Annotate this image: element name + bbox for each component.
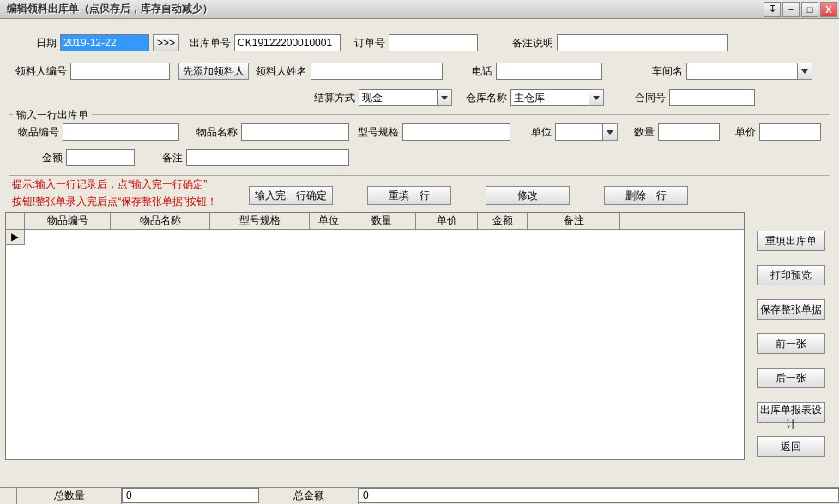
receivername-input[interactable] xyxy=(311,63,443,80)
unit-label: 单位 xyxy=(528,125,552,140)
docno-input[interactable] xyxy=(234,34,341,51)
receivername-label: 领料人姓名 xyxy=(254,64,307,79)
itemname-label: 物品名称 xyxy=(196,125,238,140)
close-icon: X xyxy=(825,4,831,15)
warehouse-dropdown-button[interactable] xyxy=(589,89,604,106)
workshop-combo[interactable] xyxy=(686,63,812,80)
totalqty-value: 0 xyxy=(122,488,259,503)
contract-label: 合同号 xyxy=(621,91,666,105)
form-row-3: 结算方式 仓库名称 合同号 xyxy=(0,82,839,109)
side-button-3[interactable]: 前一张 xyxy=(757,333,825,354)
receiverno-label: 领料人编号 xyxy=(14,64,67,79)
remark-label: 备注 xyxy=(150,151,183,165)
window-title: 编辑领料出库单（点保存后，库存自动减少） xyxy=(2,2,764,16)
confirm-line-button[interactable]: 输入完一行确定 xyxy=(249,186,333,205)
grid-header-1[interactable]: 物品名称 xyxy=(111,213,210,229)
grid-header-3[interactable]: 单位 xyxy=(310,213,347,229)
workshop-dropdown-button[interactable] xyxy=(798,63,812,80)
phone-label: 电话 xyxy=(462,64,492,79)
totalqty-label: 总数量 xyxy=(17,488,122,504)
unit-input[interactable] xyxy=(555,123,603,141)
itemname-input[interactable] xyxy=(241,123,349,141)
grid-header-4[interactable]: 数量 xyxy=(347,213,416,229)
amount-label: 金额 xyxy=(18,151,63,165)
amount-input[interactable] xyxy=(66,149,135,166)
grid-header-2[interactable]: 型号规格 xyxy=(210,213,310,229)
grid-header-6[interactable]: 金额 xyxy=(478,213,528,229)
qty-input[interactable] xyxy=(658,123,720,141)
modify-button[interactable]: 修改 xyxy=(486,186,570,205)
add-receiver-button[interactable]: 先添加领料人 xyxy=(178,63,249,80)
unit-dropdown-button[interactable] xyxy=(603,123,618,141)
contract-input[interactable] xyxy=(669,89,755,106)
side-button-5[interactable]: 出库单报表设计 xyxy=(757,402,825,423)
grid-row[interactable]: ▶ xyxy=(6,230,744,245)
data-grid[interactable]: 物品编号物品名称型号规格单位数量单价金额备注 ▶ xyxy=(5,212,745,460)
warehouse-input[interactable] xyxy=(510,89,589,106)
remarkdesc-label: 备注说明 xyxy=(500,36,553,51)
side-button-6[interactable]: 返回 xyxy=(757,436,825,457)
grid-header-5[interactable]: 单价 xyxy=(416,213,478,229)
row-marker: ▶ xyxy=(6,230,25,245)
chevron-down-icon xyxy=(441,96,448,100)
receiverno-input[interactable] xyxy=(70,63,170,80)
window-titlebar: 编辑领料出库单（点保存后，库存自动减少） ↧ − □ X xyxy=(0,0,839,19)
date-picker-button[interactable]: >>> xyxy=(153,34,179,51)
row-buttons: 输入完一行确定 重填一行 修改 删除一行 xyxy=(240,176,688,212)
qty-label: 数量 xyxy=(630,125,654,140)
date-input[interactable] xyxy=(60,34,149,51)
hint-and-buttons: 提示:输入一行记录后，点“输入完一行确定” 按钮!整张单录入完后点“保存整张单据… xyxy=(0,176,839,212)
hint-line2: 按钮!整张单录入完后点“保存整张单据”按钮！ xyxy=(0,193,240,210)
workshop-input[interactable] xyxy=(686,63,798,80)
footer-spacer xyxy=(0,488,17,504)
maximize-button[interactable]: □ xyxy=(801,2,818,17)
itemno-input[interactable] xyxy=(63,123,179,141)
order-label: 订单号 xyxy=(347,36,385,51)
grid-header-row: 物品编号物品名称型号规格单位数量单价金额备注 xyxy=(6,213,744,230)
fieldset-row-2: 金额 备注 xyxy=(15,142,824,168)
hint-line1: 提示:输入一行记录后，点“输入完一行确定” xyxy=(0,176,240,193)
grid-marker-header xyxy=(6,213,25,229)
grid-header-0[interactable]: 物品编号 xyxy=(25,213,111,229)
side-button-2[interactable]: 保存整张单据 xyxy=(757,299,825,320)
grid-header-7[interactable]: 备注 xyxy=(528,213,620,229)
docno-label: 出库单号 xyxy=(186,36,231,51)
minimize-icon: − xyxy=(788,4,794,15)
remark-input[interactable] xyxy=(186,149,349,166)
side-button-4[interactable]: 后一张 xyxy=(757,368,825,388)
settle-combo[interactable] xyxy=(359,89,452,106)
footer-bar: 总数量 0 总金额 0 xyxy=(0,487,839,504)
content-area: 日期 >>> 出库单号 订单号 备注说明 领料人编号 先添加领料人 领料人姓名 … xyxy=(0,19,839,504)
line-input-fieldset: 输入一行出库单 物品编号 物品名称 型号规格 单位 数量 单价 金额 备注 xyxy=(9,114,830,176)
grid-area: 物品编号物品名称型号规格单位数量单价金额备注 ▶ 重填出库单打印预览保存整张单据… xyxy=(5,212,834,460)
delete-line-button[interactable]: 删除一行 xyxy=(604,186,688,205)
spec-input[interactable] xyxy=(402,123,510,141)
chevron-down-icon xyxy=(593,96,600,100)
side-button-0[interactable]: 重填出库单 xyxy=(757,231,825,251)
side-button-1[interactable]: 打印预览 xyxy=(757,265,825,285)
date-label: 日期 xyxy=(14,36,57,51)
totalamt-label: 总金额 xyxy=(259,488,359,504)
totalamt-value: 0 xyxy=(359,488,839,503)
pin-icon: ↧ xyxy=(769,3,776,15)
settle-dropdown-button[interactable] xyxy=(438,89,452,106)
phone-input[interactable] xyxy=(496,63,602,80)
pin-button[interactable]: ↧ xyxy=(764,2,781,17)
side-buttons: 重填出库单打印预览保存整张单据前一张后一张出库单报表设计返回 xyxy=(745,212,834,460)
minimize-button[interactable]: − xyxy=(782,2,800,17)
warehouse-label: 仓库名称 xyxy=(459,91,507,105)
itemno-label: 物品编号 xyxy=(18,125,59,140)
warehouse-combo[interactable] xyxy=(510,89,604,106)
unit-combo[interactable] xyxy=(555,123,618,141)
price-input[interactable] xyxy=(759,123,821,141)
order-input[interactable] xyxy=(389,34,478,51)
chevron-down-icon xyxy=(607,130,613,135)
refill-line-button[interactable]: 重填一行 xyxy=(367,186,451,205)
fieldset-row-1: 物品编号 物品名称 型号规格 单位 数量 单价 xyxy=(15,122,824,142)
fieldset-legend: 输入一行出库单 xyxy=(13,108,92,123)
remarkdesc-input[interactable] xyxy=(557,34,728,51)
workshop-label: 车间名 xyxy=(640,64,683,79)
settle-input[interactable] xyxy=(359,89,438,106)
spec-label: 型号规格 xyxy=(358,125,399,140)
close-button[interactable]: X xyxy=(820,2,837,17)
